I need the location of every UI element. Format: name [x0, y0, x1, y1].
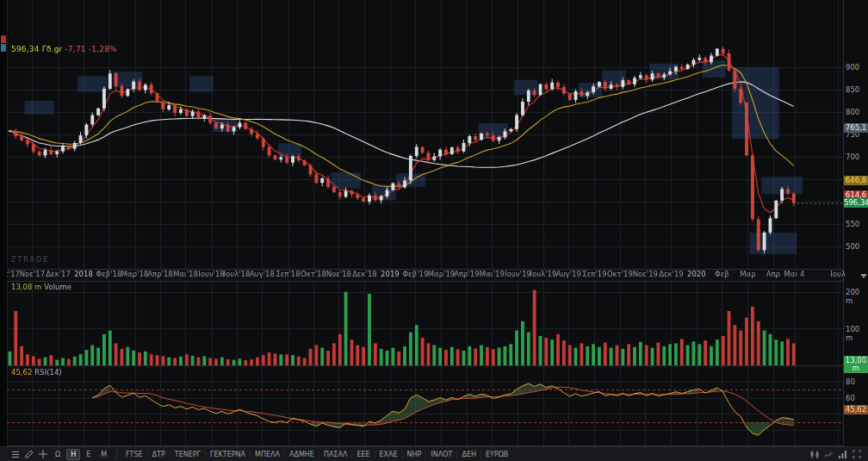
trading-app-window: 596,34Γδ.gr-7,71-1,28% ZTRADE 9008508007… — [0, 0, 868, 461]
ticker-tab-ΑΔΜΗΕ[interactable]: ΑΔΜΗΕ — [284, 451, 319, 458]
time-axis-label: Δεκ'19 — [659, 270, 684, 278]
price-axis-label: 850 — [846, 85, 859, 94]
rsi-axis-label: 60 — [846, 394, 855, 402]
draw-tool-icon[interactable] — [22, 449, 35, 460]
app-logo-icon[interactable] — [1, 35, 6, 43]
side-tools-icon[interactable] — [1, 44, 6, 52]
time-axis-label: Νοε'18 — [326, 270, 351, 278]
timeframe-button-Ω[interactable]: Ω — [51, 449, 65, 460]
price-axis-label: 700 — [846, 153, 859, 161]
time-axis-label: Ιουλ — [830, 270, 846, 278]
time-axis-label: Φεβ'18 — [96, 270, 121, 278]
time-axis-label: Νοε'19 — [633, 270, 658, 278]
time-axis-label: 2020 — [687, 270, 706, 278]
maximize-icon[interactable] — [850, 449, 863, 460]
quote-line: 596,34Γδ.gr-7,71-1,28% — [11, 45, 120, 53]
time-axis-label: Δεκ'18 — [352, 270, 377, 278]
volume-name: Volume — [44, 283, 71, 291]
volume-axis-label: 100 m — [846, 325, 868, 342]
rsi-panel-collapse-icon[interactable] — [860, 358, 867, 363]
time-axis-label: Σεπ'18 — [276, 270, 300, 278]
time-axis-label: Μαρ'18 — [121, 270, 149, 278]
time-axis-label: 2019 — [381, 270, 400, 278]
rsi-name: RSI(14) — [34, 368, 61, 377]
time-axis-label: Ιουν'18 — [198, 270, 225, 278]
rsi-value-badge: 45,62 — [844, 405, 868, 414]
bottom-toolbar: ΩΗΕΜ FTSEΔΤΡΤΕΝΕΡΓΓΕΚΤΕΡΝΑΜΠΕΛΑΑΔΜΗΕΠΑΣΑ… — [0, 446, 868, 461]
time-axis-label: Νοε'17 — [20, 270, 45, 278]
volume-value: 13,08 m — [11, 283, 41, 291]
time-axis-label: Φεβ'19 — [402, 270, 428, 278]
ticker-tab-ΤΕΝΕΡΓ[interactable]: ΤΕΝΕΡΓ — [170, 451, 205, 458]
broker-watermark: ZTRADE — [11, 256, 49, 264]
ticker-tab-ΝΗΡ[interactable]: ΝΗΡ — [402, 451, 426, 458]
price-axis-label: 500 — [846, 242, 859, 251]
time-axis-label: Οκτ'18 — [301, 270, 326, 278]
rsi-value: 45,62 — [11, 368, 32, 377]
timeframe-button-Ε[interactable]: Ε — [82, 449, 95, 460]
price-axis-label: 900 — [846, 63, 859, 72]
time-axis-label: Ιουλ'19 — [530, 270, 556, 278]
last-price-value: 596,34 — [11, 45, 40, 53]
time-axis[interactable]: Οκτ'17Νοε'17Δεκ'172018Φεβ'18Μαρ'18Απρ'18… — [0, 270, 868, 282]
price-change-pct: -1,28% — [89, 45, 117, 53]
time-axis-label: Σεπ'19 — [582, 270, 606, 278]
ticker-tab-ΕΥΡΩΒ[interactable]: ΕΥΡΩΒ — [480, 451, 512, 458]
time-axis-label: Φεβ — [715, 270, 729, 278]
time-axis-label: Οκτ'19 — [607, 270, 633, 278]
rsi-axis-label: 80 — [846, 377, 855, 386]
ticker-tab-ΓΕΚΤΕΡΝΑ[interactable]: ΓΕΚΤΕΡΝΑ — [205, 451, 250, 458]
volume-panel-label: 13,08 mVolume — [11, 283, 71, 291]
ticker-tab-FTSE[interactable]: FTSE — [121, 451, 146, 458]
last-price-badge: 596,34 — [844, 198, 868, 208]
left-toolbar — [0, 0, 7, 461]
volume-axis-label: 200 m — [846, 288, 868, 305]
ticker-tab-ΠΑΣΑΛ[interactable]: ΠΑΣΑΛ — [319, 451, 352, 458]
time-axis-label: Αυγ'19 — [556, 270, 581, 278]
ticker-tab-ΕΕΕ[interactable]: ΕΕΕ — [351, 451, 374, 458]
time-axis-label: Μαρ — [740, 270, 755, 278]
symbol-label: Γδ.gr — [42, 45, 63, 53]
time-axis-label: Δεκ'17 — [46, 270, 71, 278]
time-axis-label: Απρ — [766, 270, 780, 278]
ma-mid-price-badge: 646,8 — [844, 176, 868, 185]
toolbar-separator — [116, 450, 117, 458]
time-axis-label: Απρ'18 — [147, 270, 172, 278]
ma-slow-price-badge: 765,1 — [844, 123, 868, 133]
time-axis-label: Μαι'18 — [173, 270, 198, 278]
crosshair-tool-icon[interactable] — [36, 449, 49, 460]
chart-canvas[interactable] — [7, 0, 844, 446]
time-axis-label: 2018 — [74, 270, 93, 278]
ticker-tab-ΜΠΕΛΑ[interactable]: ΜΠΕΛΑ — [250, 451, 284, 458]
ticker-tab-ΙΝΛΟΤ[interactable]: ΙΝΛΟΤ — [425, 451, 456, 458]
time-axis-label: Αυγ'18 — [250, 270, 275, 278]
price-axis-label: 800 — [846, 108, 859, 116]
ticker-tab-ΔΤΡ[interactable]: ΔΤΡ — [147, 451, 170, 458]
rsi-panel-label: 45,62RSI(14) — [11, 368, 62, 377]
price-axis-label: 550 — [846, 220, 859, 228]
time-axis-label: Μαρ'19 — [428, 270, 456, 278]
ticker-tab-ΕΧΑΕ[interactable]: ΕΧΑΕ — [375, 451, 402, 458]
timeframe-button-Η[interactable]: Η — [66, 449, 80, 460]
ticker-tabs: FTSEΔΤΡΤΕΝΕΡΓΓΕΚΤΕΡΝΑΜΠΕΛΑΑΔΜΗΕΠΑΣΑΛΕΕΕΕ… — [121, 451, 512, 458]
volume-panel-collapse-icon[interactable] — [860, 274, 867, 278]
menu-icon[interactable] — [9, 449, 22, 460]
time-axis-label: Μαι'19 — [480, 270, 505, 278]
chart-style-icon[interactable] — [809, 449, 822, 460]
volume-toggle-icon[interactable] — [836, 449, 849, 460]
time-axis-label: Ιουν'19 — [505, 270, 531, 278]
time-axis-label: Μαι 4 — [784, 270, 805, 278]
ticker-tab-ΔΕΗ[interactable]: ΔΕΗ — [456, 451, 480, 458]
timeframe-button-Μ[interactable]: Μ — [96, 449, 111, 460]
price-change: -7,71 — [65, 45, 86, 53]
time-axis-label: Απρ'19 — [454, 270, 479, 278]
time-axis-label: Ιουλ'18 — [224, 270, 251, 278]
indicator-icon[interactable] — [822, 449, 835, 460]
timeframe-group: ΩΗΕΜ — [50, 449, 112, 460]
